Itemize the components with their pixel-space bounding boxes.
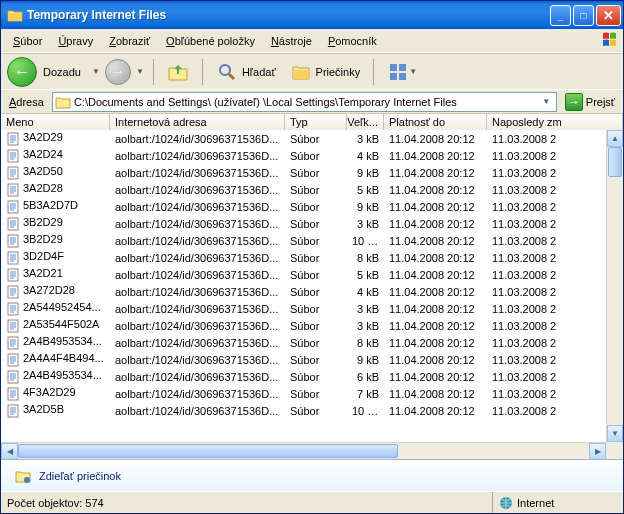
titlebar[interactable]: Temporary Internet Files _ □ ✕ bbox=[1, 1, 623, 29]
vertical-scrollbar[interactable]: ▲ ▼ bbox=[606, 130, 623, 442]
maximize-button[interactable]: □ bbox=[573, 5, 594, 26]
go-button[interactable]: → Prejsť bbox=[561, 91, 619, 113]
cell-expire: 11.04.2008 20:12 bbox=[384, 235, 487, 247]
share-folder-link[interactable]: Zdieľať priečinok bbox=[39, 470, 121, 482]
cell-size: 4 kB bbox=[347, 286, 384, 298]
status-count: Počet objektov: 574 bbox=[1, 492, 493, 513]
windows-flag-icon bbox=[601, 31, 621, 49]
cell-url: aolbart:/1024/id/30696371536D... bbox=[110, 167, 285, 179]
go-label: Prejsť bbox=[586, 96, 615, 108]
cell-accessed: 11.03.2008 2 bbox=[487, 320, 623, 332]
table-row[interactable]: 3A2D29aolbart:/1024/id/30696371536D...Sú… bbox=[1, 130, 623, 147]
cell-type: Súbor bbox=[285, 269, 347, 281]
cell-expire: 11.04.2008 20:12 bbox=[384, 388, 487, 400]
cell-expire: 11.04.2008 20:12 bbox=[384, 405, 487, 417]
cell-url: aolbart:/1024/id/30696371536D... bbox=[110, 320, 285, 332]
svg-rect-14 bbox=[8, 286, 18, 298]
minimize-button[interactable]: _ bbox=[550, 5, 571, 26]
table-row[interactable]: 5B3A2D7Daolbart:/1024/id/30696371536D...… bbox=[1, 198, 623, 215]
svg-rect-20 bbox=[8, 388, 18, 400]
table-row[interactable]: 2A4B4953534...aolbart:/1024/id/306963715… bbox=[1, 368, 623, 385]
menu-oblubene[interactable]: Obľúbené položky bbox=[158, 32, 263, 50]
scroll-corner bbox=[606, 442, 623, 459]
horizontal-scrollbar[interactable]: ◀ ▶ bbox=[1, 442, 606, 459]
file-icon bbox=[6, 285, 20, 299]
cell-name: 3D2D4F bbox=[1, 250, 110, 264]
menu-pomocnik[interactable]: Pomocník bbox=[320, 32, 385, 50]
table-row[interactable]: 2A4A4F4B494...aolbart:/1024/id/306963715… bbox=[1, 351, 623, 368]
cell-expire: 11.04.2008 20:12 bbox=[384, 150, 487, 162]
scroll-left-button[interactable]: ◀ bbox=[1, 443, 18, 459]
menu-nastroje[interactable]: Nástroje bbox=[263, 32, 320, 50]
svg-rect-11 bbox=[8, 235, 18, 247]
menu-upravy[interactable]: Úpravy bbox=[50, 32, 101, 50]
col-expire[interactable]: Platnosť do bbox=[384, 114, 487, 130]
cell-url: aolbart:/1024/id/30696371536D... bbox=[110, 184, 285, 196]
cell-expire: 11.04.2008 20:12 bbox=[384, 320, 487, 332]
svg-point-0 bbox=[220, 65, 230, 75]
vscroll-thumb[interactable] bbox=[608, 147, 622, 177]
col-accessed[interactable]: Naposledy zm bbox=[487, 114, 623, 130]
col-name[interactable]: Meno bbox=[1, 114, 110, 130]
file-icon bbox=[6, 302, 20, 316]
search-button[interactable]: Hľadať bbox=[211, 57, 281, 87]
cell-size: 10 kB bbox=[347, 235, 384, 247]
cell-accessed: 11.03.2008 2 bbox=[487, 405, 623, 417]
table-row[interactable]: 2A544952454...aolbart:/1024/id/306963715… bbox=[1, 300, 623, 317]
svg-rect-1 bbox=[390, 64, 397, 71]
hscroll-thumb[interactable] bbox=[18, 444, 398, 458]
scroll-down-button[interactable]: ▼ bbox=[607, 425, 623, 442]
address-dropdown[interactable]: ▼ bbox=[539, 97, 554, 106]
address-field[interactable]: ▼ bbox=[52, 92, 557, 112]
table-row[interactable]: 3A2D21aolbart:/1024/id/30696371536D...Sú… bbox=[1, 266, 623, 283]
menu-zobrazit[interactable]: Zobraziť bbox=[101, 32, 158, 50]
table-row[interactable]: 3A2D50aolbart:/1024/id/30696371536D...Sú… bbox=[1, 164, 623, 181]
cell-url: aolbart:/1024/id/30696371536D... bbox=[110, 235, 285, 247]
share-folder-icon bbox=[15, 468, 31, 484]
table-row[interactable]: 3B2D29aolbart:/1024/id/30696371536D...Sú… bbox=[1, 215, 623, 232]
scroll-up-button[interactable]: ▲ bbox=[607, 130, 623, 147]
address-label: Adresa bbox=[5, 96, 48, 108]
table-row[interactable]: 3A2D24aolbart:/1024/id/30696371536D...Sú… bbox=[1, 147, 623, 164]
svg-rect-12 bbox=[8, 252, 18, 264]
back-dropdown[interactable]: ▼ bbox=[91, 67, 101, 76]
col-iaddr[interactable]: Internetová adresa bbox=[110, 114, 285, 130]
close-button[interactable]: ✕ bbox=[596, 5, 621, 26]
table-row[interactable]: 2A4B4953534...aolbart:/1024/id/306963715… bbox=[1, 334, 623, 351]
svg-rect-17 bbox=[8, 337, 18, 349]
table-row[interactable]: 3A272D28aolbart:/1024/id/30696371536D...… bbox=[1, 283, 623, 300]
svg-rect-5 bbox=[8, 133, 18, 145]
table-row[interactable]: 3B2D29aolbart:/1024/id/30696371536D...Sú… bbox=[1, 232, 623, 249]
cell-type: Súbor bbox=[285, 150, 347, 162]
go-icon: → bbox=[565, 93, 583, 111]
table-row[interactable]: 2A53544F502Aaolbart:/1024/id/30696371536… bbox=[1, 317, 623, 334]
file-icon bbox=[6, 319, 20, 333]
views-icon bbox=[387, 61, 409, 83]
col-size[interactable]: Veľk... bbox=[347, 114, 384, 130]
col-type[interactable]: Typ bbox=[285, 114, 347, 130]
cell-size: 8 kB bbox=[347, 252, 384, 264]
folders-button[interactable]: Priečinky bbox=[285, 57, 366, 87]
cell-url: aolbart:/1024/id/30696371536D... bbox=[110, 252, 285, 264]
cell-accessed: 11.03.2008 2 bbox=[487, 150, 623, 162]
menu-subor[interactable]: Súbor bbox=[5, 32, 50, 50]
forward-dropdown[interactable]: ▼ bbox=[135, 67, 145, 76]
up-button[interactable] bbox=[162, 57, 194, 87]
address-input[interactable] bbox=[74, 96, 539, 108]
table-row[interactable]: 3A2D5Baolbart:/1024/id/30696371536D...Sú… bbox=[1, 402, 623, 419]
cell-accessed: 11.03.2008 2 bbox=[487, 133, 623, 145]
cell-accessed: 11.03.2008 2 bbox=[487, 218, 623, 230]
cell-type: Súbor bbox=[285, 201, 347, 213]
views-button[interactable]: ▼ bbox=[382, 58, 422, 86]
table-row[interactable]: 4F3A2D29aolbart:/1024/id/30696371536D...… bbox=[1, 385, 623, 402]
scroll-right-button[interactable]: ▶ bbox=[589, 443, 606, 459]
cell-name: 2A4B4953534... bbox=[1, 335, 110, 349]
table-row[interactable]: 3A2D28aolbart:/1024/id/30696371536D...Sú… bbox=[1, 181, 623, 198]
cell-type: Súbor bbox=[285, 405, 347, 417]
table-row[interactable]: 3D2D4Faolbart:/1024/id/30696371536D...Sú… bbox=[1, 249, 623, 266]
back-button[interactable]: ← bbox=[7, 57, 37, 87]
cell-name: 4F3A2D29 bbox=[1, 386, 110, 400]
cell-url: aolbart:/1024/id/30696371536D... bbox=[110, 371, 285, 383]
toolbar: ← Dozadu ▼ → ▼ Hľadať Priečinky ▼ bbox=[1, 53, 623, 89]
cell-size: 9 kB bbox=[347, 201, 384, 213]
